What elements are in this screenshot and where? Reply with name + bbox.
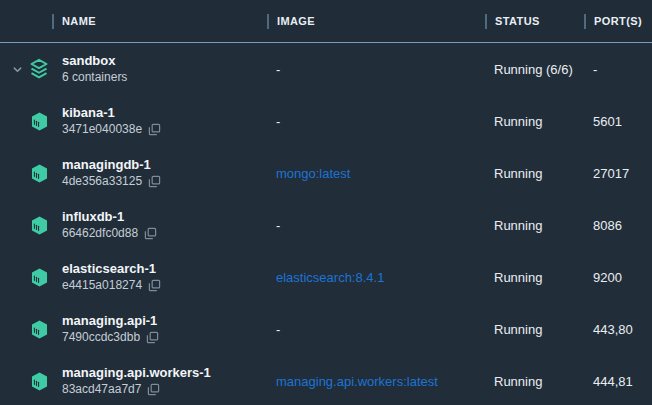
image-cell[interactable]: - <box>276 95 280 147</box>
container-name[interactable]: sandbox <box>62 53 127 68</box>
container-name[interactable]: influxdb-1 <box>62 209 157 224</box>
status-cell: Running <box>494 147 542 199</box>
image-cell[interactable]: mongo:latest <box>276 147 350 199</box>
chevron-down-icon[interactable] <box>11 63 23 75</box>
container-id: 4de356a33125 <box>62 174 142 189</box>
container-name[interactable]: elasticsearch-1 <box>62 261 161 276</box>
image-cell[interactable]: - <box>276 303 280 355</box>
container-id: 6 containers <box>62 70 127 85</box>
copy-icon[interactable] <box>147 383 160 396</box>
table-row[interactable]: kibana-1 3471e040038e - Running 5601 <box>0 95 652 147</box>
column-header-image[interactable]: IMAGE <box>267 0 315 42</box>
name-cell: sandbox 6 containers <box>62 43 127 95</box>
status-cell: Running <box>494 95 542 147</box>
column-header-status[interactable]: STATUS <box>485 0 540 42</box>
compose-stack-icon <box>29 58 49 80</box>
container-id: 83acd47aa7d7 <box>62 382 141 397</box>
copy-icon[interactable] <box>146 331 159 344</box>
status-cell: Running (6/6) <box>494 43 573 95</box>
container-cube-icon <box>29 370 49 392</box>
copy-icon[interactable] <box>148 175 161 188</box>
container-id: 3471e040038e <box>62 122 142 137</box>
table-row[interactable]: managing.api.workers-1 83acd47aa7d7 mana… <box>0 355 652 405</box>
name-cell: managing.api-1 7490ccdc3dbb <box>62 303 159 355</box>
container-cube-icon <box>29 162 49 184</box>
name-cell: managing.api.workers-1 83acd47aa7d7 <box>62 355 211 405</box>
container-cube-icon <box>29 110 49 132</box>
image-cell[interactable]: elasticsearch:8.4.1 <box>276 251 384 303</box>
image-cell[interactable]: - <box>276 199 280 251</box>
container-name[interactable]: managingdb-1 <box>62 157 161 172</box>
container-cube-icon <box>29 266 49 288</box>
column-header-label: IMAGE <box>277 15 315 27</box>
ports-cell: 9200 <box>593 251 622 303</box>
name-cell: influxdb-1 66462dfc0d88 <box>62 199 157 251</box>
image-cell[interactable]: - <box>276 43 280 95</box>
table-body: sandbox 6 containers - Running (6/6) - <box>0 43 652 405</box>
container-name[interactable]: managing.api-1 <box>62 313 159 328</box>
table-row[interactable]: managingdb-1 4de356a33125 mongo:latest R… <box>0 147 652 199</box>
ports-cell: 5601 <box>593 95 622 147</box>
name-cell: kibana-1 3471e040038e <box>62 95 161 147</box>
name-cell: elasticsearch-1 e4415a018274 <box>62 251 161 303</box>
copy-icon[interactable] <box>148 123 161 136</box>
ports-cell: 444,81 <box>593 355 633 405</box>
container-cube-icon <box>29 318 49 340</box>
image-cell[interactable]: managing.api.workers:latest <box>276 355 438 405</box>
table-header: NAME IMAGE STATUS PORT(S) <box>0 0 652 43</box>
column-divider <box>485 14 487 29</box>
column-header-ports[interactable]: PORT(S) <box>584 0 642 42</box>
column-header-name[interactable]: NAME <box>52 0 96 42</box>
container-cube-icon <box>29 214 49 236</box>
status-cell: Running <box>494 199 542 251</box>
copy-icon[interactable] <box>144 227 157 240</box>
container-id: e4415a018274 <box>62 278 142 293</box>
container-id: 66462dfc0d88 <box>62 226 138 241</box>
ports-cell: 27017 <box>593 147 629 199</box>
table-row[interactable]: sandbox 6 containers - Running (6/6) - <box>0 43 652 95</box>
status-cell: Running <box>494 303 542 355</box>
copy-icon[interactable] <box>148 279 161 292</box>
ports-cell: 443,80 <box>593 303 633 355</box>
container-name[interactable]: managing.api.workers-1 <box>62 365 211 380</box>
column-header-label: STATUS <box>495 15 540 27</box>
column-header-label: PORT(S) <box>594 15 642 27</box>
table-row[interactable]: managing.api-1 7490ccdc3dbb - Running 44… <box>0 303 652 355</box>
ports-cell: - <box>593 43 597 95</box>
column-divider <box>52 14 54 29</box>
containers-table: NAME IMAGE STATUS PORT(S) <box>0 0 652 405</box>
status-cell: Running <box>494 355 542 405</box>
column-divider <box>267 14 269 29</box>
column-divider <box>584 14 586 29</box>
ports-cell: 8086 <box>593 199 622 251</box>
name-cell: managingdb-1 4de356a33125 <box>62 147 161 199</box>
status-cell: Running <box>494 251 542 303</box>
column-header-label: NAME <box>62 15 96 27</box>
table-row[interactable]: elasticsearch-1 e4415a018274 elasticsear… <box>0 251 652 303</box>
container-name[interactable]: kibana-1 <box>62 105 161 120</box>
container-id: 7490ccdc3dbb <box>62 330 140 345</box>
table-row[interactable]: influxdb-1 66462dfc0d88 - Running 8086 <box>0 199 652 251</box>
